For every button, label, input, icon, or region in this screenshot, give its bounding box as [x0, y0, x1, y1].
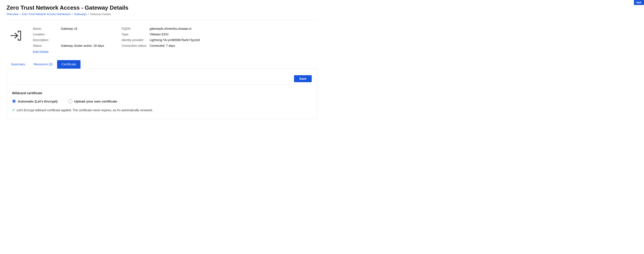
success-message-text: Let's Encrypt wildcard certificate appli… — [16, 108, 154, 112]
field-status: Status: Gateway cluster active: 18 days — [33, 44, 104, 47]
radio-automatic[interactable]: Automatic (Let's Encrypt) — [12, 99, 58, 103]
radio-automatic-label: Automatic (Let's Encrypt) — [18, 99, 58, 103]
tab-resource[interactable]: Resource (0) — [29, 60, 57, 69]
breadcrumb-gateways[interactable]: Gateways — [74, 12, 86, 16]
certificate-radio-group: Automatic (Let's Encrypt) Upload your ow… — [12, 99, 312, 103]
save-bar: Save — [12, 73, 312, 85]
field-name: Name: Gateway LE — [33, 27, 104, 30]
tab-summary[interactable]: Summary — [6, 60, 29, 69]
field-location: Location: — [33, 32, 104, 36]
field-fqdn: FQDN: gatewayle.shreesha.ztnaaas.in — [122, 27, 200, 30]
breadcrumb-dashboard[interactable]: Zero Trust Network Access Dashboard — [22, 12, 71, 16]
field-connection-status: Connection status: Connected: 7 days — [122, 44, 200, 47]
gateway-left-fields: Name: Gateway LE Location: Description: … — [33, 27, 104, 53]
tabs-section: Summary Resource (0) Certificate — [6, 60, 317, 69]
field-identity-provider: Identity provider: Lightning-TA-yrn86596… — [122, 38, 200, 42]
breadcrumb: Overview / Zero Trust Network Access Das… — [6, 12, 317, 16]
radio-automatic-input[interactable] — [12, 99, 16, 103]
tabs-bar: Summary Resource (0) Certificate — [6, 60, 317, 68]
save-button[interactable]: Save — [294, 75, 312, 82]
edit-delete-group: Edit | Delete — [33, 50, 104, 53]
certificate-success-message: ✓ Let's Encrypt wildcard certificate app… — [12, 108, 312, 112]
tab-content-area: Save Wildcard certificate Automatic (Let… — [6, 69, 317, 119]
certificate-section-title: Wildcard certificate — [12, 91, 312, 95]
pipe-separator: | — [38, 50, 40, 53]
status-badge: N/A — [634, 0, 644, 5]
tab-certificate[interactable]: Certificate — [57, 60, 81, 69]
gateway-icon — [6, 27, 24, 44]
gateway-info-section: Name: Gateway LE Location: Description: … — [6, 25, 317, 60]
page-title: Zero Trust Network Access - Gateway Deta… — [6, 4, 317, 11]
breadcrumb-overview[interactable]: Overview — [6, 12, 18, 16]
radio-upload-input[interactable] — [68, 99, 72, 103]
edit-link[interactable]: Edit — [33, 50, 38, 53]
field-type: Type: VMware ESXi — [122, 32, 200, 36]
check-icon: ✓ — [12, 108, 15, 112]
gateway-right-fields: FQDN: gatewayle.shreesha.ztnaaas.in Type… — [122, 27, 200, 53]
gateway-fields: Name: Gateway LE Location: Description: … — [33, 27, 200, 53]
certificate-section: Wildcard certificate Automatic (Let's En… — [12, 89, 312, 114]
radio-upload[interactable]: Upload your own certificate — [68, 99, 117, 103]
breadcrumb-sep-2: / — [72, 12, 72, 16]
radio-upload-label: Upload your own certificate — [74, 99, 117, 103]
delete-link[interactable]: Delete — [40, 50, 48, 53]
field-description: Description: — [33, 38, 104, 42]
breadcrumb-sep-1: / — [20, 12, 20, 16]
breadcrumb-current: Gateway Details — [90, 12, 111, 16]
breadcrumb-sep-3: / — [88, 12, 89, 16]
